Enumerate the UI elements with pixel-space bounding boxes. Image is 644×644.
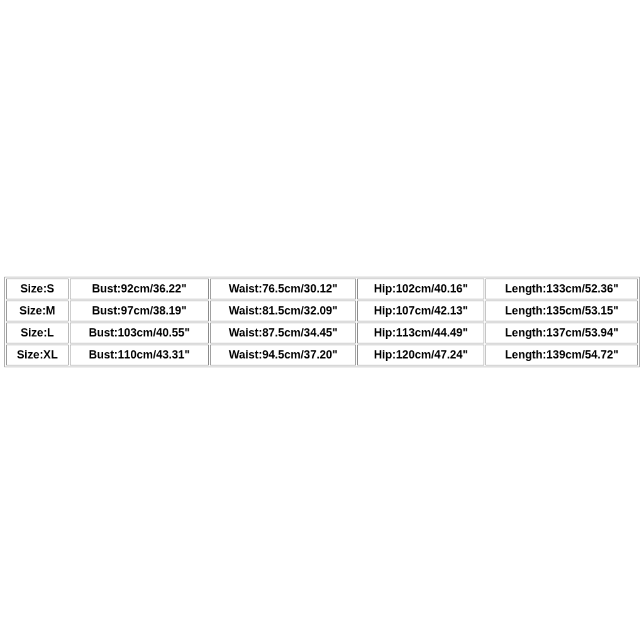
length-cell: Length:137cm/53.94"	[486, 323, 638, 343]
bust-cell: Bust:103cm/40.55"	[70, 323, 209, 343]
length-cell: Length:139cm/54.72"	[486, 345, 638, 365]
size-chart-table: Size:S Bust:92cm/36.22" Waist:76.5cm/30.…	[4, 277, 640, 367]
hip-cell: Hip:102cm/40.16"	[357, 279, 484, 299]
table-row: Size:L Bust:103cm/40.55" Waist:87.5cm/34…	[6, 323, 638, 343]
bust-cell: Bust:110cm/43.31"	[70, 345, 209, 365]
length-cell: Length:135cm/53.15"	[486, 301, 638, 321]
waist-cell: Waist:81.5cm/32.09"	[210, 301, 356, 321]
table-row: Size:XL Bust:110cm/43.31" Waist:94.5cm/3…	[6, 345, 638, 365]
hip-cell: Hip:120cm/47.24"	[357, 345, 484, 365]
size-cell: Size:M	[6, 301, 69, 321]
table-row: Size:M Bust:97cm/38.19" Waist:81.5cm/32.…	[6, 301, 638, 321]
size-cell: Size:L	[6, 323, 69, 343]
waist-cell: Waist:87.5cm/34.45"	[210, 323, 356, 343]
size-cell: Size:S	[6, 279, 69, 299]
hip-cell: Hip:107cm/42.13"	[357, 301, 484, 321]
table-row: Size:S Bust:92cm/36.22" Waist:76.5cm/30.…	[6, 279, 638, 299]
bust-cell: Bust:92cm/36.22"	[70, 279, 209, 299]
size-cell: Size:XL	[6, 345, 69, 365]
bust-cell: Bust:97cm/38.19"	[70, 301, 209, 321]
length-cell: Length:133cm/52.36"	[486, 279, 638, 299]
waist-cell: Waist:94.5cm/37.20"	[210, 345, 356, 365]
waist-cell: Waist:76.5cm/30.12"	[210, 279, 356, 299]
hip-cell: Hip:113cm/44.49"	[357, 323, 484, 343]
